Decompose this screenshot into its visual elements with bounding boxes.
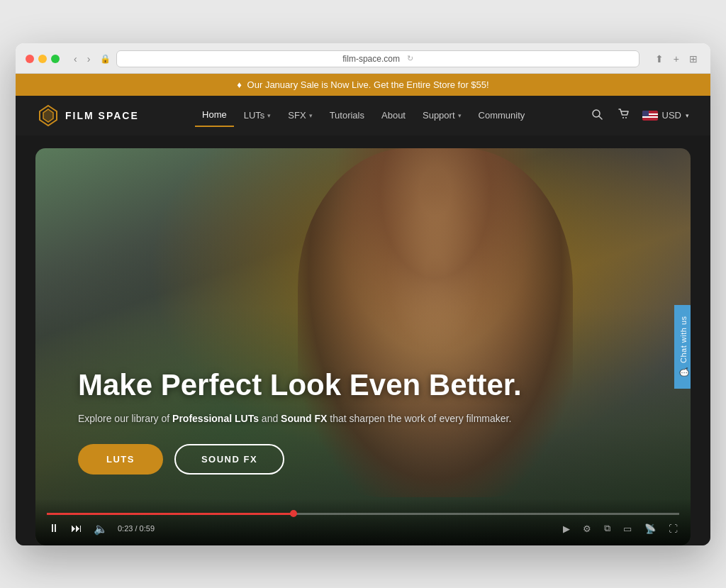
browser-nav-controls: ‹ › [71, 52, 93, 66]
fullscreen-button[interactable]: ⛶ [667, 522, 679, 536]
browser-actions: ⬆ + ⊞ [652, 52, 700, 66]
luts-button[interactable]: LUTS [78, 444, 163, 475]
url-text: film-space.com [342, 54, 400, 64]
minimize-button[interactable] [38, 55, 47, 63]
controls-right: ▶ ⚙ ⧉ ▭ 📡 ⛶ [562, 521, 679, 536]
video-progress-fill [47, 513, 294, 515]
nav-actions: USD ▾ [588, 106, 689, 126]
browser-window: ‹ › 🔒 film-space.com ↻ ⬆ + ⊞ ♦ Our Janua… [16, 43, 710, 545]
currency-text: USD [662, 110, 681, 121]
soundfx-button[interactable]: SOUND FX [174, 444, 284, 475]
traffic-lights [26, 55, 60, 63]
nav-item-support: Support ▾ [415, 104, 469, 126]
address-bar-container: 🔒 film-space.com ↻ [100, 50, 639, 67]
currency-chevron-icon: ▾ [686, 112, 689, 119]
hero-title: Make Perfect Look Even Better. [78, 368, 648, 402]
website-content: ♦ Our January Sale is Now Live. Get the … [16, 74, 710, 545]
pause-button[interactable]: ⏸ [47, 521, 61, 536]
new-tab-button[interactable]: + [671, 52, 682, 66]
video-progress-bar[interactable] [47, 513, 679, 515]
nav-item-about: About [374, 104, 413, 126]
maximize-button[interactable] [51, 55, 60, 63]
forward-button[interactable]: › [84, 52, 94, 66]
video-controls: ⏸ ⏭ 🔈 0:23 / 0:59 ▶ ⚙ ⧉ [35, 499, 691, 545]
theater-button[interactable]: ▭ [622, 522, 633, 536]
logo-text: FILM SPACE [65, 110, 139, 121]
nav-item-luts: LUTs ▾ [237, 104, 279, 126]
luts-chevron-icon: ▾ [267, 112, 271, 119]
security-icon: 🔒 [100, 54, 111, 64]
svg-line-4 [599, 116, 602, 119]
chat-icon: 💬 [678, 367, 688, 377]
reload-icon[interactable]: ↻ [407, 54, 413, 63]
nav-item-community: Community [471, 104, 532, 126]
nav-link-sfx[interactable]: SFX ▾ [281, 104, 319, 126]
hero-subtitle: Explore our library of Professional LUTs… [78, 413, 648, 424]
volume-button[interactable]: 🔈 [92, 521, 109, 537]
nav-item-home: Home [195, 104, 234, 127]
nav-link-community[interactable]: Community [471, 104, 532, 126]
video-progress-dot [290, 510, 297, 517]
hero-content: Make Perfect Look Even Better. Explore o… [35, 148, 691, 545]
hero-video-container: Make Perfect Look Even Better. Explore o… [35, 148, 691, 545]
back-button[interactable]: ‹ [71, 52, 80, 66]
announcement-text: Our January Sale is Now Live. Get the En… [247, 79, 489, 90]
time-display: 0:23 / 0:59 [118, 524, 155, 533]
play-circle-button[interactable]: ▶ [562, 522, 571, 536]
hero-buttons: LUTS SOUND FX [78, 444, 648, 475]
nav-link-support[interactable]: Support ▾ [415, 104, 469, 126]
cast-button[interactable]: 📡 [643, 522, 657, 536]
nav-link-tutorials[interactable]: Tutorials [323, 104, 372, 126]
nav-link-about[interactable]: About [374, 104, 413, 126]
chat-widget[interactable]: 💬 Chat with us [674, 304, 691, 388]
us-flag-icon [642, 111, 658, 121]
logo-link[interactable]: FILM SPACE [37, 104, 139, 127]
close-button[interactable] [26, 55, 34, 63]
nav-link-home[interactable]: Home [195, 104, 234, 127]
support-chevron-icon: ▾ [458, 112, 462, 119]
browser-chrome: ‹ › 🔒 film-space.com ↻ ⬆ + ⊞ [16, 43, 710, 74]
grid-view-button[interactable]: ⊞ [686, 52, 700, 66]
address-bar[interactable]: film-space.com ↻ [116, 50, 639, 67]
svg-point-6 [625, 117, 627, 118]
cart-button[interactable] [615, 106, 632, 126]
main-nav: FILM SPACE Home LUTs ▾ SFX ▾ [16, 96, 710, 135]
share-button[interactable]: ⬆ [652, 52, 666, 66]
controls-left: ⏸ ⏭ 🔈 0:23 / 0:59 [47, 521, 155, 537]
sfx-chevron-icon: ▾ [309, 112, 313, 119]
chat-label: Chat with us [679, 316, 688, 363]
search-button[interactable] [588, 106, 605, 126]
currency-selector[interactable]: USD ▾ [642, 110, 689, 121]
settings-button[interactable]: ⚙ [581, 522, 593, 536]
hero-section: Make Perfect Look Even Better. Explore o… [35, 148, 691, 545]
search-icon [591, 109, 603, 120]
logo-icon [37, 104, 60, 127]
announcement-bar[interactable]: ♦ Our January Sale is Now Live. Get the … [16, 74, 710, 96]
controls-row: ⏸ ⏭ 🔈 0:23 / 0:59 ▶ ⚙ ⧉ [47, 521, 679, 537]
miniplayer-button[interactable]: ⧉ [603, 521, 612, 536]
nav-menu: Home LUTs ▾ SFX ▾ Tutorials [153, 104, 574, 127]
nav-item-tutorials: Tutorials [323, 104, 372, 126]
nav-item-sfx: SFX ▾ [281, 104, 319, 126]
cart-icon [618, 109, 630, 120]
next-button[interactable]: ⏭ [69, 521, 84, 536]
nav-link-luts[interactable]: LUTs ▾ [237, 104, 279, 126]
diamond-icon: ♦ [237, 79, 242, 90]
svg-point-5 [622, 117, 624, 118]
